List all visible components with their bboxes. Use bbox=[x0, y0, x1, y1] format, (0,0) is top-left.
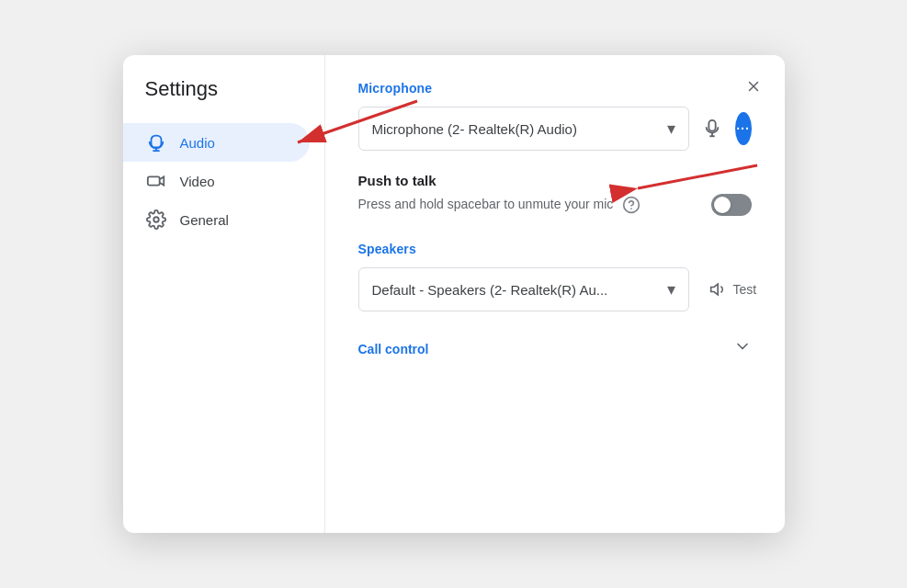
svg-point-4 bbox=[153, 217, 159, 222]
speakers-selected-value: Default - Speakers (2- Realtek(R) Au... bbox=[372, 282, 660, 298]
sidebar-item-video[interactable]: Video bbox=[123, 162, 310, 200]
sidebar-item-general-label: General bbox=[180, 212, 229, 228]
call-control-label: Call control bbox=[358, 342, 429, 356]
svg-point-9 bbox=[630, 208, 632, 209]
svg-rect-3 bbox=[147, 176, 159, 185]
speaker-select-row: Default - Speakers (2- Realtek(R) Au... … bbox=[358, 267, 752, 311]
settings-dialog: Settings Audio Video bbox=[123, 55, 785, 533]
push-to-talk-toggle-wrap bbox=[711, 194, 752, 216]
call-control-row[interactable]: Call control bbox=[358, 334, 752, 364]
sidebar: Settings Audio Video bbox=[123, 55, 325, 533]
close-button[interactable] bbox=[737, 70, 770, 103]
toggle-knob bbox=[714, 197, 731, 213]
help-icon[interactable] bbox=[622, 196, 641, 214]
call-control-expand-icon bbox=[733, 337, 752, 360]
microphone-more-button[interactable]: ··· bbox=[735, 112, 752, 145]
microphone-label: Microphone bbox=[358, 81, 752, 96]
audio-icon bbox=[145, 132, 167, 153]
push-to-talk-title: Push to talk bbox=[358, 173, 752, 188]
microphone-section: Microphone Microphone (2- Realtek(R) Aud… bbox=[358, 81, 752, 151]
speakers-section: Speakers Default - Speakers (2- Realtek(… bbox=[358, 242, 752, 311]
speakers-label: Speakers bbox=[358, 242, 752, 256]
sidebar-title: Settings bbox=[123, 77, 324, 123]
sidebar-item-audio-label: Audio bbox=[180, 135, 215, 151]
push-to-talk-toggle[interactable] bbox=[711, 194, 752, 216]
microphone-select[interactable]: Microphone (2- Realtek(R) Audio) ▾ bbox=[358, 107, 689, 151]
sidebar-item-general[interactable]: General bbox=[123, 200, 310, 239]
microphone-chevron-icon: ▾ bbox=[667, 119, 675, 139]
microphone-mute-button[interactable] bbox=[702, 112, 722, 145]
microphone-selected-value: Microphone (2- Realtek(R) Audio) bbox=[372, 121, 660, 137]
test-label: Test bbox=[733, 282, 757, 297]
svg-rect-5 bbox=[709, 120, 715, 131]
push-to-talk-section: Push to talk Press and hold spacebar to … bbox=[358, 173, 752, 216]
microphone-select-row: Microphone (2- Realtek(R) Audio) ▾ ··· bbox=[358, 107, 752, 151]
test-button[interactable]: Test bbox=[702, 277, 765, 302]
speakers-select[interactable]: Default - Speakers (2- Realtek(R) Au... … bbox=[358, 267, 689, 311]
main-content: Microphone Microphone (2- Realtek(R) Aud… bbox=[325, 55, 785, 533]
svg-rect-0 bbox=[151, 136, 161, 148]
sidebar-item-video-label: Video bbox=[180, 174, 215, 189]
sidebar-item-audio[interactable]: Audio bbox=[123, 123, 310, 162]
push-to-talk-description: Press and hold spacebar to unmute your m… bbox=[358, 196, 614, 214]
speakers-chevron-icon: ▾ bbox=[667, 279, 675, 300]
gear-icon bbox=[145, 209, 167, 230]
more-dots-icon: ··· bbox=[736, 121, 750, 136]
push-to-talk-row: Press and hold spacebar to unmute your m… bbox=[358, 194, 752, 216]
video-icon bbox=[145, 171, 167, 191]
svg-marker-10 bbox=[710, 284, 718, 295]
